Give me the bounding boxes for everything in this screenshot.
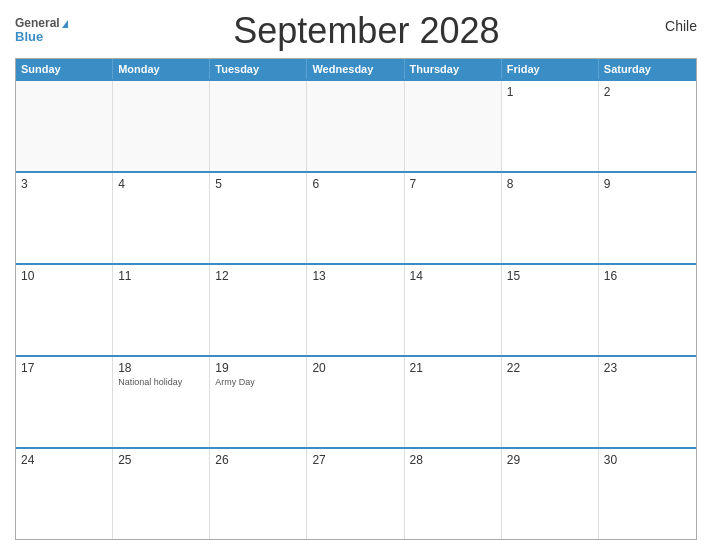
cal-cell: 4 [113, 173, 210, 263]
cal-cell: 18National holiday [113, 357, 210, 447]
day-number: 22 [507, 361, 593, 375]
cal-cell [307, 81, 404, 171]
cal-cell: 25 [113, 449, 210, 539]
cal-cell: 13 [307, 265, 404, 355]
day-number: 10 [21, 269, 107, 283]
holiday-label: Army Day [215, 377, 301, 387]
holiday-label: National holiday [118, 377, 204, 387]
day-number: 25 [118, 453, 204, 467]
cal-cell: 15 [502, 265, 599, 355]
header-tuesday: Tuesday [210, 59, 307, 79]
cal-cell: 10 [16, 265, 113, 355]
day-number: 20 [312, 361, 398, 375]
day-number: 11 [118, 269, 204, 283]
header-wednesday: Wednesday [307, 59, 404, 79]
calendar-week-2: 3456789 [16, 171, 696, 263]
logo: General Blue [15, 17, 68, 44]
cal-cell: 17 [16, 357, 113, 447]
day-number: 30 [604, 453, 691, 467]
cal-cell [405, 81, 502, 171]
cal-cell: 22 [502, 357, 599, 447]
day-number: 27 [312, 453, 398, 467]
day-number: 6 [312, 177, 398, 191]
cal-cell: 27 [307, 449, 404, 539]
day-number: 1 [507, 85, 593, 99]
cal-cell: 20 [307, 357, 404, 447]
calendar-week-5: 24252627282930 [16, 447, 696, 539]
day-number: 21 [410, 361, 496, 375]
calendar-page: General Blue September 2028 Chile Sunday… [0, 0, 712, 550]
calendar-week-4: 1718National holiday19Army Day20212223 [16, 355, 696, 447]
day-number: 4 [118, 177, 204, 191]
day-number: 14 [410, 269, 496, 283]
cal-cell: 16 [599, 265, 696, 355]
day-number: 19 [215, 361, 301, 375]
day-number: 7 [410, 177, 496, 191]
cal-cell: 23 [599, 357, 696, 447]
day-number: 26 [215, 453, 301, 467]
cal-cell: 30 [599, 449, 696, 539]
day-number: 9 [604, 177, 691, 191]
cal-cell: 2 [599, 81, 696, 171]
cal-cell: 19Army Day [210, 357, 307, 447]
cal-cell: 11 [113, 265, 210, 355]
day-number: 8 [507, 177, 593, 191]
header-thursday: Thursday [405, 59, 502, 79]
cal-cell: 12 [210, 265, 307, 355]
day-number: 15 [507, 269, 593, 283]
calendar-body: 123456789101112131415161718National holi… [16, 79, 696, 539]
header-sunday: Sunday [16, 59, 113, 79]
cal-cell: 1 [502, 81, 599, 171]
cal-cell: 7 [405, 173, 502, 263]
day-number: 16 [604, 269, 691, 283]
day-number: 12 [215, 269, 301, 283]
cal-cell [16, 81, 113, 171]
country-label: Chile [665, 18, 697, 34]
cal-cell: 6 [307, 173, 404, 263]
cal-cell: 29 [502, 449, 599, 539]
month-title: September 2028 [68, 10, 665, 52]
calendar-grid: Sunday Monday Tuesday Wednesday Thursday… [15, 58, 697, 540]
day-number: 2 [604, 85, 691, 99]
logo-blue-text: Blue [15, 30, 68, 44]
calendar-header-row: Sunday Monday Tuesday Wednesday Thursday… [16, 59, 696, 79]
cal-cell: 5 [210, 173, 307, 263]
cal-cell: 26 [210, 449, 307, 539]
header-monday: Monday [113, 59, 210, 79]
header-saturday: Saturday [599, 59, 696, 79]
header-friday: Friday [502, 59, 599, 79]
cal-cell: 21 [405, 357, 502, 447]
cal-cell [113, 81, 210, 171]
cal-cell [210, 81, 307, 171]
cal-cell: 14 [405, 265, 502, 355]
day-number: 5 [215, 177, 301, 191]
day-number: 13 [312, 269, 398, 283]
day-number: 17 [21, 361, 107, 375]
day-number: 3 [21, 177, 107, 191]
day-number: 18 [118, 361, 204, 375]
day-number: 23 [604, 361, 691, 375]
day-number: 29 [507, 453, 593, 467]
page-header: General Blue September 2028 Chile [15, 10, 697, 52]
day-number: 24 [21, 453, 107, 467]
cal-cell: 24 [16, 449, 113, 539]
day-number: 28 [410, 453, 496, 467]
calendar-week-3: 10111213141516 [16, 263, 696, 355]
cal-cell: 9 [599, 173, 696, 263]
cal-cell: 28 [405, 449, 502, 539]
cal-cell: 8 [502, 173, 599, 263]
calendar-week-1: 12 [16, 79, 696, 171]
cal-cell: 3 [16, 173, 113, 263]
